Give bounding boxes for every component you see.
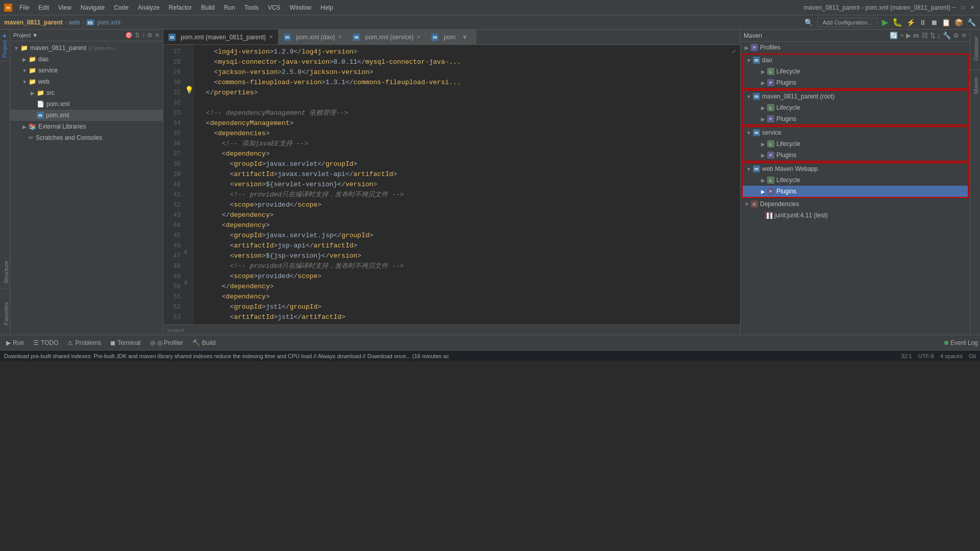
maven-profiles[interactable]: ▶ P Profiles: [741, 42, 970, 53]
toggle-web[interactable]: ▼: [20, 79, 29, 85]
toggle-root[interactable]: ▼: [12, 45, 20, 51]
maven-toggle-profiles[interactable]: ▶: [743, 45, 751, 51]
maven-toggle-service[interactable]: ▼: [745, 130, 753, 136]
menu-refactor[interactable]: Refactor: [165, 3, 196, 12]
toolbar-icon-2[interactable]: ⏸: [919, 18, 926, 27]
tree-item-scratches[interactable]: ✏ Scratches and Consoles: [10, 132, 163, 143]
toolbar-icon-5[interactable]: 📦: [954, 18, 963, 27]
maven-service-plugins[interactable]: ▶ P Plugins: [743, 149, 968, 161]
run-icon[interactable]: ▶: [882, 17, 888, 27]
menu-help[interactable]: Help: [316, 3, 337, 12]
maven-parent-plugins[interactable]: ▶ P Plugins: [743, 113, 968, 124]
toggle-extlibs[interactable]: ▶: [20, 124, 29, 130]
project-tab[interactable]: Project ▼: [0, 30, 10, 61]
menu-edit[interactable]: Edit: [34, 3, 53, 12]
build-button[interactable]: 🔨 Build: [188, 338, 220, 347]
close-button[interactable]: ✕: [969, 4, 976, 11]
maven-toggle-icon[interactable]: ⇅: [930, 32, 936, 39]
event-log-button[interactable]: Event Log: [944, 339, 978, 346]
maven-toggle-web-lifecycle[interactable]: ▶: [759, 178, 767, 183]
tree-item-service[interactable]: ▼ 📁 service: [10, 65, 163, 76]
menu-tools[interactable]: Tools: [240, 3, 263, 12]
tab-pom[interactable]: m pom ▼: [426, 30, 476, 45]
tab-overflow[interactable]: ▼: [458, 34, 471, 41]
debug-icon[interactable]: 🐛: [892, 17, 902, 27]
toolbar-icon-4[interactable]: 📋: [942, 18, 950, 27]
maven-settings-icon[interactable]: ⚙: [953, 32, 959, 39]
maven-run-icon[interactable]: ▶: [906, 32, 911, 39]
maven-toggle-service-lifecycle[interactable]: ▶: [759, 141, 767, 147]
maven-web-plugins[interactable]: ▶ P Plugins: [743, 186, 968, 197]
run-button[interactable]: ▶ Run: [2, 338, 28, 347]
tab-pom-service[interactable]: m pom.xml (service) ✕: [348, 30, 426, 45]
toolbar-icon-6[interactable]: 🔧: [967, 18, 976, 27]
menu-file[interactable]: File: [15, 3, 33, 12]
tab-close-2[interactable]: ✕: [338, 34, 342, 40]
toggle-dao[interactable]: ▶: [20, 57, 29, 62]
menu-run[interactable]: Run: [220, 3, 239, 12]
maven-toggle-parent[interactable]: ▼: [745, 94, 753, 99]
maven-service[interactable]: ▼ m service: [743, 127, 968, 138]
tab-close-1[interactable]: ✕: [269, 34, 273, 40]
maven-dao[interactable]: ▼ m dao: [743, 55, 968, 66]
add-config-button[interactable]: Add Configuration...: [817, 18, 878, 27]
maven-parent-lifecycle[interactable]: ▶ L Lifecycle: [743, 102, 968, 113]
tree-item-src[interactable]: ▶ 📁 src: [10, 87, 163, 98]
maven-toggle-dao[interactable]: ▼: [745, 58, 753, 63]
maven-parent[interactable]: ▼ m maven_0811_parent (root): [743, 91, 968, 102]
database-tab[interactable]: Database: [970, 30, 980, 70]
maven-dao-plugins[interactable]: ▶ P Plugins: [743, 77, 968, 88]
maven-dependencies[interactable]: ▼ D Dependencies: [741, 198, 970, 210]
menu-window[interactable]: Window: [285, 3, 315, 12]
todo-button[interactable]: ☰ TODO: [29, 338, 62, 347]
menu-build[interactable]: Build: [197, 3, 219, 12]
sidebar-close-icon[interactable]: ✕: [155, 32, 160, 39]
tab-close-3[interactable]: ✕: [416, 34, 421, 40]
sidebar-settings-icon[interactable]: ⚙: [147, 32, 153, 39]
maven-toggle-parent-plugins[interactable]: ▶: [759, 116, 767, 122]
sidebar-expand-icon[interactable]: ⇅: [135, 32, 140, 39]
maven-m-icon[interactable]: m: [913, 32, 919, 39]
maven-close-icon[interactable]: ✕: [961, 32, 967, 39]
minimize-button[interactable]: ─: [950, 4, 958, 11]
profiler-button[interactable]: ◎ ◎ Profiler: [146, 338, 187, 347]
maven-toggle-deps[interactable]: ▼: [743, 202, 751, 207]
menu-view[interactable]: View: [54, 3, 76, 12]
menu-vcs[interactable]: VCS: [264, 3, 285, 12]
toggle-src[interactable]: ▶: [29, 90, 37, 96]
maximize-button[interactable]: □: [960, 4, 967, 11]
breadcrumb-web[interactable]: web: [69, 19, 80, 26]
maven-right-tab[interactable]: Maven: [970, 70, 980, 103]
maven-link-icon[interactable]: ⛓: [921, 32, 928, 39]
sidebar-locate-icon[interactable]: 🎯: [125, 32, 133, 39]
maven-dao-lifecycle[interactable]: ▶ L Lifecycle: [743, 66, 968, 77]
maven-toggle-dao-lifecycle[interactable]: ▶: [759, 69, 767, 74]
favorites-tab[interactable]: Favorites: [0, 294, 10, 335]
tab-pom-parent[interactable]: m pom.xml (maven_0811_parent) ✕: [163, 30, 279, 45]
tree-item-root[interactable]: ▼ 📁 maven_0811_parent D:\java-ma...: [10, 42, 163, 54]
toolbar-icon-1[interactable]: ⚡: [906, 18, 915, 27]
menu-analyze[interactable]: Analyze: [134, 3, 164, 12]
maven-web-lifecycle[interactable]: ▶ L Lifecycle: [743, 174, 968, 186]
maven-add-icon[interactable]: +: [900, 32, 904, 39]
menu-code[interactable]: Code: [110, 3, 133, 12]
tree-item-pomxml1[interactable]: 📄 pom.xml: [10, 98, 163, 110]
maven-toggle-dao-plugins[interactable]: ▶: [759, 80, 767, 86]
maven-refresh-icon[interactable]: 🔄: [890, 32, 898, 39]
tree-item-extlibs[interactable]: ▶ 📚 External Libraries: [10, 121, 163, 132]
tree-item-pomxml2[interactable]: m pom.xml: [10, 110, 163, 121]
breadcrumb-root[interactable]: maven_0811_parent: [4, 19, 63, 26]
code-area[interactable]: <log4j-version>1.2.9</log4j-version> ✓ <…: [194, 45, 740, 324]
problems-button[interactable]: ⚠ Problems: [63, 338, 105, 347]
maven-toggle-web-plugins[interactable]: ▶: [759, 189, 767, 194]
sidebar-collapse-icon[interactable]: ↕: [142, 32, 145, 39]
tab-pom-dao[interactable]: m pom.xml (dao) ✕: [279, 30, 348, 45]
tree-item-dao[interactable]: ▶ 📁 dao: [10, 54, 163, 65]
maven-toggle-parent-lifecycle[interactable]: ▶: [759, 105, 767, 111]
maven-toggle-web[interactable]: ▼: [745, 166, 753, 172]
maven-wrench-icon[interactable]: 🔧: [943, 32, 951, 39]
maven-expand-icon[interactable]: ↕: [938, 32, 941, 39]
structure-tab[interactable]: Structure: [0, 253, 10, 294]
search-icon[interactable]: 🔍: [804, 18, 813, 27]
toggle-service[interactable]: ▼: [20, 68, 29, 73]
